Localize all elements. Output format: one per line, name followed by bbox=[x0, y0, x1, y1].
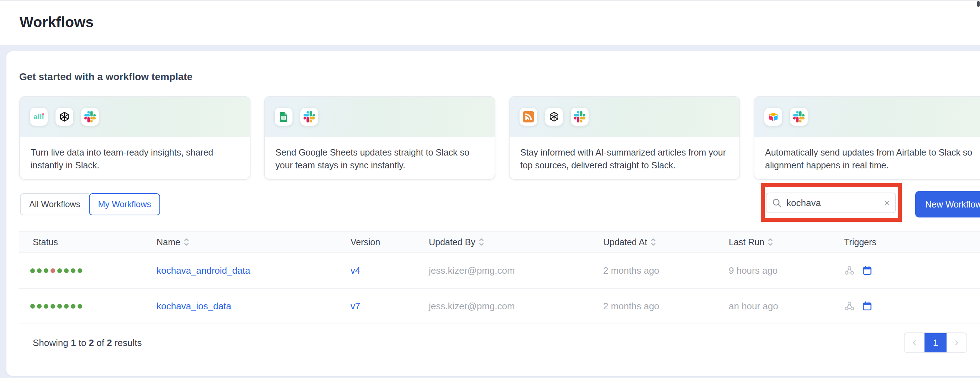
templates-heading: Get started with a workflow template bbox=[19, 51, 980, 83]
new-workflow-button[interactable]: New Workflow bbox=[915, 191, 980, 217]
status-dot bbox=[78, 268, 82, 273]
updated-by-cell: jess.kizer@pmg.com bbox=[429, 301, 603, 312]
template-description: Automatically send updates from Airtable… bbox=[754, 137, 980, 172]
workflow-filter-tabs: All Workflows My Workflows bbox=[20, 193, 160, 215]
card-header bbox=[265, 97, 495, 137]
calendar-trigger-icon[interactable] bbox=[862, 265, 873, 276]
row-menu-cell bbox=[957, 299, 980, 313]
status-dot bbox=[51, 268, 55, 273]
sort-icon[interactable] bbox=[479, 238, 484, 246]
table-row: kochava_android_data v4 jess.kizer@pmg.c… bbox=[19, 253, 980, 289]
status-dot bbox=[51, 304, 55, 309]
search-area: × bbox=[766, 193, 896, 213]
webhook-trigger-icon[interactable] bbox=[844, 265, 855, 276]
status-dot bbox=[57, 304, 62, 309]
column-header-updated-at[interactable]: Updated At bbox=[603, 237, 729, 247]
airtable-icon bbox=[764, 108, 782, 126]
status-dot bbox=[71, 304, 75, 309]
page-number-button[interactable]: 1 bbox=[924, 333, 947, 352]
kebab-menu-icon[interactable] bbox=[976, 299, 980, 311]
template-card-alli-openai-slack[interactable]: allı Turn live data into team-ready insi… bbox=[19, 96, 250, 180]
status-dot bbox=[57, 268, 62, 273]
search-input[interactable] bbox=[786, 198, 884, 209]
status-dot bbox=[44, 268, 48, 273]
status-dot bbox=[78, 304, 82, 309]
google-sheets-icon bbox=[275, 108, 293, 126]
updated-at-cell: 2 months ago bbox=[603, 265, 729, 276]
last-run-cell: an hour ago bbox=[729, 301, 844, 312]
status-dot bbox=[37, 304, 41, 309]
row-menu-cell bbox=[957, 264, 980, 277]
column-header-last-run[interactable]: Last Run bbox=[729, 237, 844, 247]
scrollbar-thumb[interactable] bbox=[977, 1, 980, 7]
column-header-triggers: Triggers bbox=[844, 237, 957, 247]
template-cards: allı Turn live data into team-ready insi… bbox=[19, 96, 980, 180]
table-row: kochava_ios_data v7 jess.kizer@pmg.com 2… bbox=[19, 289, 980, 324]
table-footer: Showing 1 to 2 of 2 results 1 bbox=[19, 324, 980, 361]
slack-icon bbox=[790, 108, 808, 126]
kebab-menu-icon[interactable] bbox=[976, 264, 980, 276]
search-icon bbox=[772, 198, 782, 208]
openai-icon bbox=[56, 108, 73, 126]
card-header bbox=[754, 97, 980, 137]
sort-icon[interactable] bbox=[651, 238, 656, 246]
sort-icon[interactable] bbox=[184, 238, 189, 246]
last-run-cell: 9 hours ago bbox=[729, 265, 844, 276]
rss-icon bbox=[520, 108, 537, 126]
slack-icon bbox=[571, 108, 589, 126]
pagination: 1 bbox=[904, 332, 967, 353]
openai-icon bbox=[545, 108, 563, 126]
results-summary: Showing 1 to 2 of 2 results bbox=[33, 337, 142, 348]
toolbar: All Workflows My Workflows × New Workflo… bbox=[19, 183, 980, 222]
status-dot bbox=[64, 304, 69, 309]
status-dot bbox=[44, 304, 48, 309]
page-title: Workflows bbox=[19, 14, 94, 30]
template-card-airtable-slack[interactable]: Automatically send updates from Airtable… bbox=[754, 96, 980, 180]
updated-by-cell: jess.kizer@pmg.com bbox=[429, 265, 603, 276]
page-header: Workflows bbox=[0, 0, 980, 45]
updated-at-cell: 2 months ago bbox=[603, 301, 729, 312]
triggers-cell bbox=[844, 301, 957, 311]
column-header-name[interactable]: Name bbox=[157, 237, 350, 247]
workflow-name-link[interactable]: kochava_ios_data bbox=[157, 301, 231, 311]
search-box: × bbox=[766, 193, 896, 213]
workflow-version-link[interactable]: v4 bbox=[350, 265, 429, 276]
next-page-button[interactable] bbox=[947, 333, 966, 352]
template-card-rss-openai-slack[interactable]: Stay informed with AI-summarized article… bbox=[509, 96, 740, 180]
workflow-version-link[interactable]: v7 bbox=[350, 301, 429, 312]
chevron-left-icon bbox=[911, 339, 918, 347]
column-header-status: Status bbox=[33, 237, 157, 247]
template-description: Stay informed with AI-summarized article… bbox=[509, 137, 740, 172]
status-dot bbox=[30, 268, 35, 273]
workflow-name-link[interactable]: kochava_android_data bbox=[157, 265, 250, 276]
tab-all-workflows[interactable]: All Workflows bbox=[20, 193, 89, 215]
alli-icon: allı bbox=[30, 108, 48, 126]
status-dot bbox=[30, 304, 35, 309]
status-dot bbox=[64, 268, 69, 273]
column-header-updated-by[interactable]: Updated By bbox=[429, 237, 603, 247]
card-header bbox=[509, 97, 740, 137]
template-card-sheets-slack[interactable]: Send Google Sheets updates straight to S… bbox=[264, 96, 495, 180]
webhook-trigger-icon[interactable] bbox=[844, 301, 855, 311]
triggers-cell bbox=[844, 265, 957, 276]
tab-my-workflows[interactable]: My Workflows bbox=[89, 193, 161, 215]
template-description: Send Google Sheets updates straight to S… bbox=[265, 137, 495, 172]
status-dot bbox=[37, 268, 41, 273]
clear-search-icon[interactable]: × bbox=[884, 198, 890, 207]
template-description: Turn live data into team-ready insights,… bbox=[20, 137, 250, 172]
main-panel: Get started with a workflow template all… bbox=[6, 51, 980, 376]
chevron-right-icon bbox=[953, 339, 961, 347]
table-header-row: Status Name Version Updated By Updated A… bbox=[19, 231, 980, 253]
previous-page-button[interactable] bbox=[905, 333, 924, 352]
status-dots bbox=[30, 268, 157, 273]
calendar-trigger-icon[interactable] bbox=[862, 301, 873, 311]
status-dot bbox=[71, 268, 75, 273]
slack-icon bbox=[81, 108, 99, 126]
sort-icon[interactable] bbox=[768, 238, 773, 246]
card-header: allı bbox=[20, 97, 250, 137]
slack-icon bbox=[300, 108, 318, 126]
column-header-version: Version bbox=[350, 237, 429, 247]
status-dots bbox=[30, 304, 157, 309]
